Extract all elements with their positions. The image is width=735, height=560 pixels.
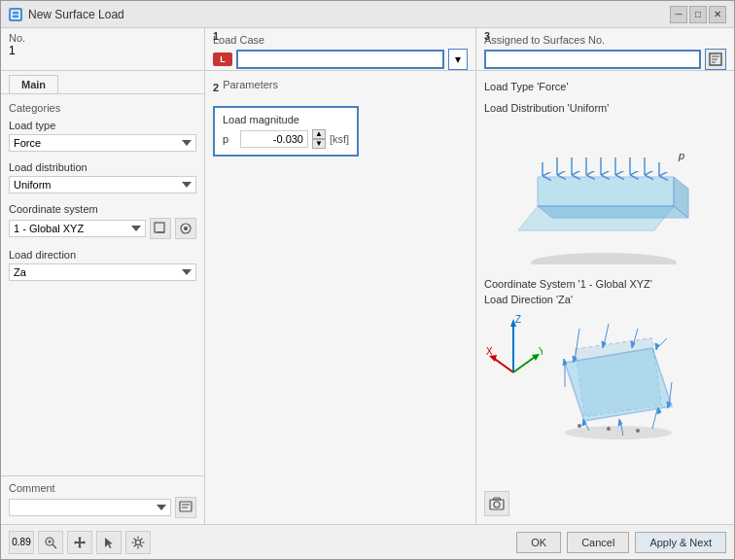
coord-icon-btn-2[interactable] bbox=[175, 218, 196, 239]
svg-point-59 bbox=[607, 427, 611, 431]
load-type-select[interactable]: Force bbox=[9, 134, 196, 152]
load-magnitude-label: Load magnitude bbox=[223, 114, 349, 125]
spin-down-button[interactable]: ▼ bbox=[312, 139, 326, 149]
content-area: Main Categories Load type Force Load dis… bbox=[1, 71, 734, 524]
svg-point-37 bbox=[565, 426, 672, 439]
coord-section: Z Y X bbox=[484, 314, 726, 440]
tab-main[interactable]: Main bbox=[9, 75, 58, 93]
svg-marker-17 bbox=[538, 206, 688, 218]
svg-rect-6 bbox=[155, 223, 164, 232]
load-case-input[interactable]: LC2 - Lower slab bbox=[236, 50, 444, 69]
load-case-group: Load Case L LC2 - Lower slab ▾ bbox=[213, 34, 468, 70]
comment-row bbox=[9, 497, 196, 518]
restore-button[interactable]: □ bbox=[689, 6, 707, 23]
right-panel: Load Type 'Force' Load Distribution 'Uni… bbox=[476, 71, 734, 524]
force-visualization: p bbox=[484, 128, 726, 264]
svg-point-9 bbox=[184, 227, 188, 230]
middle-panel: 2 Parameters Load magnitude p -0.030 ▲ ▼… bbox=[205, 71, 476, 524]
zoom-icon-btn[interactable] bbox=[38, 531, 63, 554]
spinner-buttons: ▲ ▼ bbox=[312, 129, 326, 149]
svg-text:Y: Y bbox=[539, 346, 542, 357]
zoom-display[interactable]: 0.89 bbox=[9, 531, 34, 554]
load-magnitude-box: Load magnitude p -0.030 ▲ ▼ [ksf] bbox=[213, 106, 359, 157]
cancel-button[interactable]: Cancel bbox=[567, 532, 629, 553]
categories-title: Categories bbox=[9, 102, 196, 114]
load-case-section: 1 Load Case L LC2 - Lower slab ▾ bbox=[205, 28, 476, 70]
camera-area bbox=[484, 491, 726, 516]
pan-icon-btn[interactable] bbox=[67, 531, 92, 554]
close-button[interactable]: ✕ bbox=[709, 6, 726, 23]
svg-line-56 bbox=[652, 409, 657, 429]
load-direction-label: Load direction bbox=[9, 249, 196, 261]
parameters-title: Parameters bbox=[223, 79, 278, 90]
window-title: New Surface Load bbox=[28, 8, 124, 21]
section-number-2: 2 bbox=[213, 82, 219, 93]
camera-button[interactable] bbox=[484, 491, 509, 516]
svg-point-13 bbox=[531, 253, 677, 264]
no-value: 1 bbox=[9, 44, 196, 57]
load-distribution-text: Load Distribution 'Uniform' bbox=[484, 100, 726, 118]
svg-rect-10 bbox=[180, 502, 192, 511]
svg-marker-55 bbox=[618, 419, 622, 426]
minimize-button[interactable]: ─ bbox=[670, 6, 687, 23]
apply-next-button[interactable]: Apply & Next bbox=[635, 532, 726, 553]
title-bar-left: New Surface Load bbox=[9, 8, 124, 21]
comment-select[interactable] bbox=[9, 499, 171, 516]
svg-line-65 bbox=[52, 544, 56, 548]
load-distribution-group: Load distribution Uniform bbox=[9, 161, 196, 193]
coord-system-select[interactable]: 1 - Global XYZ bbox=[9, 220, 146, 237]
comment-icon-btn[interactable] bbox=[175, 497, 196, 518]
left-panel: Main Categories Load type Force Load dis… bbox=[1, 71, 205, 524]
load-magnitude-row: p -0.030 ▲ ▼ [ksf] bbox=[223, 129, 349, 149]
load-case-label: Load Case bbox=[213, 34, 468, 46]
tab-content: Categories Load type Force Load distribu… bbox=[1, 93, 204, 475]
assigned-group: Assigned to Surfaces No. 4 bbox=[484, 34, 726, 70]
svg-marker-15 bbox=[538, 177, 674, 206]
assigned-input[interactable]: 4 bbox=[484, 50, 701, 69]
coord-icon-btn-1[interactable] bbox=[150, 218, 171, 239]
svg-marker-47 bbox=[655, 343, 659, 350]
header-row: No. 1 1 Load Case L LC2 - Lower slab ▾ 3… bbox=[1, 28, 734, 71]
force-viz-svg: p bbox=[499, 128, 713, 264]
comment-area: Comment bbox=[1, 475, 204, 524]
params-header: 2 Parameters bbox=[213, 79, 468, 96]
p-value-input[interactable]: -0.030 bbox=[240, 130, 308, 148]
action-buttons: OK Cancel Apply & Next bbox=[516, 532, 726, 553]
assigned-label: Assigned to Surfaces No. bbox=[484, 34, 726, 46]
svg-point-60 bbox=[636, 429, 640, 433]
p-label: p bbox=[223, 133, 236, 145]
spin-up-button[interactable]: ▲ bbox=[312, 129, 326, 139]
settings-icon-btn[interactable] bbox=[125, 531, 151, 554]
tab-bar: Main bbox=[1, 71, 204, 93]
svg-point-58 bbox=[578, 424, 581, 428]
load-direction-select[interactable]: Za bbox=[9, 263, 196, 281]
assigned-select-button[interactable] bbox=[705, 49, 726, 70]
load-case-dropdown-button[interactable]: ▾ bbox=[448, 49, 468, 70]
coord-system-label: Coordinate system bbox=[9, 203, 196, 215]
axes-svg: Z Y X bbox=[484, 314, 542, 382]
load-type-info: Load Type 'Force' Load Distribution 'Uni… bbox=[484, 79, 726, 121]
lc-indicator: L bbox=[213, 52, 232, 66]
tilted-viz-svg bbox=[550, 314, 686, 440]
svg-text:Z: Z bbox=[515, 314, 521, 325]
load-distribution-select[interactable]: Uniform bbox=[9, 176, 196, 193]
load-case-row: L LC2 - Lower slab ▾ bbox=[213, 49, 468, 70]
section-number-3: 3 bbox=[484, 30, 490, 42]
svg-point-68 bbox=[136, 540, 141, 544]
load-type-label: Load type bbox=[9, 120, 196, 131]
title-bar: New Surface Load ─ □ ✕ bbox=[1, 1, 734, 28]
load-type-group: Load type Force bbox=[9, 120, 196, 152]
select-icon-btn[interactable] bbox=[96, 531, 122, 554]
svg-marker-63 bbox=[493, 498, 501, 500]
bottom-bar: 0.89 OK Cancel Apply & Next bbox=[1, 524, 734, 559]
svg-text:p: p bbox=[678, 150, 684, 161]
section-number-1: 1 bbox=[213, 30, 219, 42]
middle-content: 2 Parameters Load magnitude p -0.030 ▲ ▼… bbox=[205, 71, 475, 524]
ok-button[interactable]: OK bbox=[516, 532, 561, 553]
load-direction-group: Load direction Za bbox=[9, 249, 196, 281]
load-type-text: Load Type 'Force' bbox=[484, 79, 726, 96]
no-label: No. bbox=[9, 32, 196, 44]
assigned-section: 3 Assigned to Surfaces No. 4 bbox=[476, 28, 734, 70]
toolbar-left: 0.89 bbox=[9, 531, 151, 554]
coord-system-row: 1 - Global XYZ bbox=[9, 218, 196, 239]
